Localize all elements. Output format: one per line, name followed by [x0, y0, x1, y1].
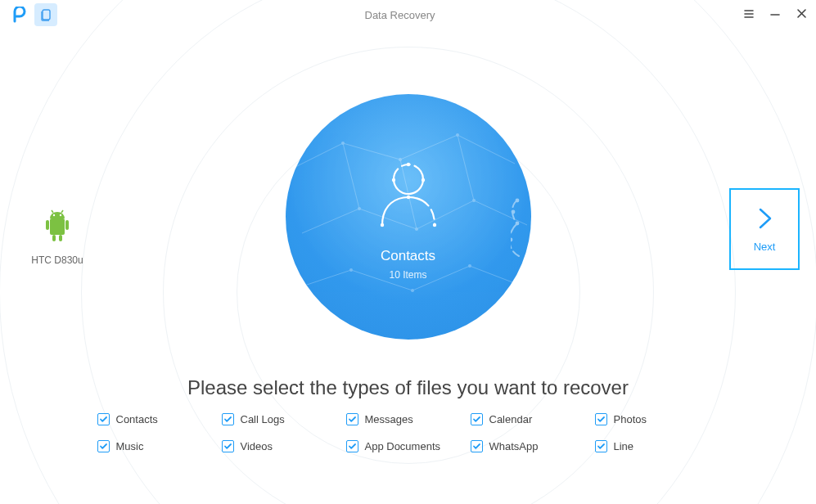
next-label: Next	[754, 241, 776, 253]
next-category-peek	[511, 192, 560, 258]
type-messages[interactable]: Messages	[346, 413, 471, 425]
type-photos[interactable]: Photos	[595, 413, 719, 425]
type-label: Music	[116, 440, 144, 452]
type-call-logs[interactable]: Call Logs	[222, 413, 346, 425]
svg-rect-1	[50, 218, 65, 235]
svg-rect-4	[52, 235, 56, 241]
next-button[interactable]: Next	[729, 188, 800, 270]
svg-point-10	[341, 142, 345, 145]
checkbox-icon	[346, 440, 358, 452]
menu-icon[interactable]	[742, 8, 755, 22]
app-logo[interactable]	[8, 3, 31, 26]
checkbox-icon	[471, 440, 483, 452]
type-calendar[interactable]: Calendar	[471, 413, 595, 425]
svg-point-13	[358, 207, 361, 210]
svg-point-18	[468, 264, 471, 268]
type-label: Calendar	[489, 413, 533, 425]
device-name: HTC D830u	[25, 254, 90, 266]
svg-line-9	[61, 210, 63, 213]
svg-point-7	[60, 214, 61, 216]
svg-point-17	[411, 289, 414, 292]
type-line[interactable]: Line	[595, 440, 719, 452]
type-label: Line	[614, 440, 634, 452]
instruction-text: Please select the types of files you wan…	[0, 376, 816, 399]
svg-point-26	[516, 199, 520, 203]
mesh-decoration	[286, 94, 531, 340]
svg-point-16	[349, 268, 353, 272]
android-icon	[43, 209, 72, 243]
category-subtitle: 10 Items	[389, 269, 426, 281]
type-music[interactable]: Music	[97, 440, 222, 452]
type-label: Photos	[614, 413, 647, 425]
checkbox-icon	[222, 440, 234, 452]
minimize-icon[interactable]	[769, 8, 782, 22]
type-label: Messages	[365, 413, 413, 425]
svg-rect-5	[59, 235, 62, 241]
svg-point-14	[415, 227, 418, 231]
file-type-grid: Contacts Call Logs Messages Calendar Pho…	[97, 413, 719, 452]
category-circle[interactable]: Contacts 10 Items	[286, 94, 531, 340]
type-videos[interactable]: Videos	[222, 440, 346, 452]
data-recovery-mode-icon[interactable]	[34, 3, 57, 26]
type-label: Call Logs	[241, 413, 285, 425]
svg-point-27	[512, 210, 516, 214]
checkbox-icon	[222, 413, 234, 425]
svg-point-12	[456, 133, 459, 137]
type-app-documents[interactable]: App Documents	[346, 440, 471, 452]
chevron-right-icon	[752, 206, 777, 231]
svg-point-11	[399, 158, 402, 161]
checkbox-icon	[471, 413, 483, 425]
type-label: App Documents	[365, 440, 441, 452]
svg-rect-0	[43, 10, 50, 20]
checkbox-icon	[346, 413, 358, 425]
svg-point-28	[516, 222, 520, 226]
svg-rect-3	[65, 220, 69, 230]
checkbox-icon	[97, 440, 110, 452]
svg-rect-2	[46, 220, 49, 230]
checkbox-icon	[97, 413, 110, 425]
checkbox-icon	[595, 413, 607, 425]
type-label: Videos	[241, 440, 273, 452]
type-contacts[interactable]: Contacts	[97, 413, 222, 425]
close-icon[interactable]	[795, 8, 808, 21]
device-panel: HTC D830u	[25, 209, 90, 266]
svg-point-6	[53, 214, 55, 216]
type-label: WhatsApp	[489, 440, 539, 452]
svg-point-15	[472, 199, 476, 202]
type-label: Contacts	[116, 413, 158, 425]
checkbox-icon	[595, 440, 607, 452]
svg-line-8	[52, 210, 53, 213]
type-whatsapp[interactable]: WhatsApp	[471, 440, 595, 452]
svg-point-29	[511, 238, 512, 242]
